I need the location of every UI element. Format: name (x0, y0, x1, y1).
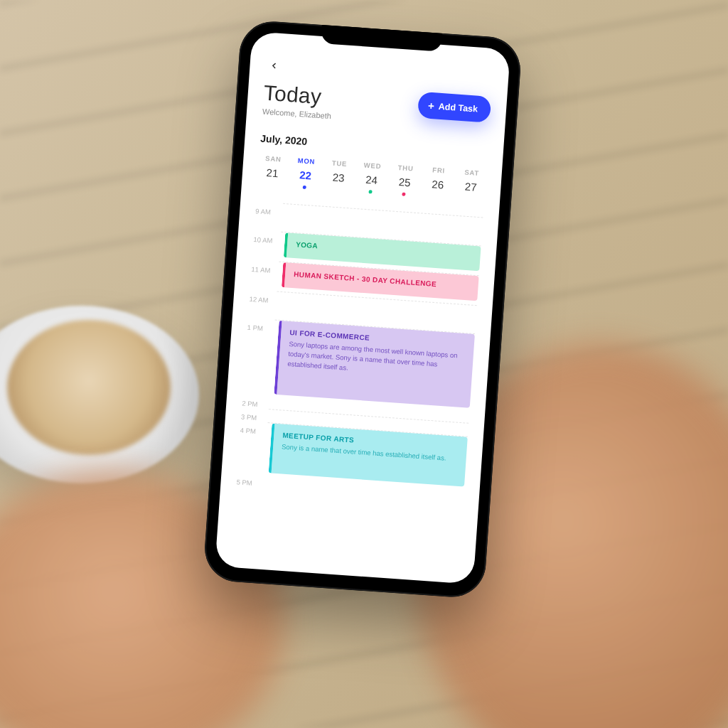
day-indicator-dot (303, 186, 306, 189)
day-of-week-label: TUE (331, 159, 347, 168)
event-title: YOGA (296, 240, 472, 260)
day-fri[interactable]: FRI26 (422, 166, 453, 200)
hour-label: 1 PM (247, 318, 274, 333)
hour-label: 3 PM (241, 407, 269, 422)
time-slot: 1 PMUI FOR E-COMMERCESony laptops are am… (242, 318, 475, 412)
day-of-week-label: SAT (464, 168, 479, 177)
day-number: 23 (332, 171, 345, 184)
chevron-left-icon (269, 60, 279, 71)
day-tue[interactable]: TUE23 (323, 159, 354, 193)
hour-label: 4 PM (240, 420, 267, 436)
day-number: 22 (299, 168, 312, 181)
phone-device: Today Welcome, Elizabeth + Add Task July… (203, 19, 523, 599)
header: Today Welcome, Elizabeth + Add Task (262, 81, 492, 132)
day-of-week-label: MON (297, 156, 315, 166)
day-of-week-label: THU (397, 164, 414, 173)
coffee-foam (7, 320, 171, 455)
back-button[interactable] (265, 57, 284, 75)
day-san[interactable]: SAN21 (257, 154, 288, 188)
event-card[interactable]: UI FOR E-COMMERCESony laptops are among … (274, 321, 475, 408)
hour-label: 12 AM (249, 289, 277, 305)
day-number: 27 (464, 181, 477, 193)
hour-label: 5 PM (236, 472, 264, 488)
day-indicator-dot (402, 192, 405, 196)
hour-label: 11 AM (251, 259, 279, 275)
hour-rail: UI FOR E-COMMERCESony laptops are among … (269, 319, 475, 412)
timeline[interactable]: 9 AM10 AMYOGA11 AMHUMAN SKETCH - 30 DAY … (236, 201, 483, 501)
day-mon[interactable]: MON22 (290, 156, 321, 191)
hour-rail (283, 203, 483, 218)
day-number: 26 (432, 178, 444, 191)
day-of-week-label: FRI (432, 166, 445, 174)
day-of-week-label: WED (363, 161, 381, 171)
day-of-week-label: SAN (265, 154, 282, 164)
plus-icon: + (428, 100, 435, 112)
day-number: 25 (398, 176, 411, 188)
day-indicator-dot (369, 190, 373, 193)
day-sat[interactable]: SAT27 (456, 168, 486, 202)
hour-label: 9 AM (255, 201, 283, 217)
day-thu[interactable]: THU25 (390, 163, 420, 197)
day-wed[interactable]: WED24 (356, 161, 387, 195)
page-title: Today (263, 81, 333, 110)
day-number: 21 (266, 166, 279, 179)
day-number: 24 (365, 173, 378, 186)
hour-label: 10 AM (253, 230, 281, 245)
event-title: HUMAN SKETCH - 30 DAY CHALLENGE (294, 270, 470, 290)
week-strip: SAN21MON22TUE23WED24THU25FRI26SAT27 (257, 154, 486, 201)
add-task-label: Add Task (438, 101, 478, 114)
add-task-button[interactable]: + Add Task (417, 92, 491, 123)
app-screen: Today Welcome, Elizabeth + Add Task July… (215, 31, 510, 584)
hour-label: 2 PM (242, 394, 269, 410)
photo-scene: Today Welcome, Elizabeth + Add Task July… (0, 0, 728, 728)
welcome-text: Welcome, Elizabeth (262, 107, 332, 121)
